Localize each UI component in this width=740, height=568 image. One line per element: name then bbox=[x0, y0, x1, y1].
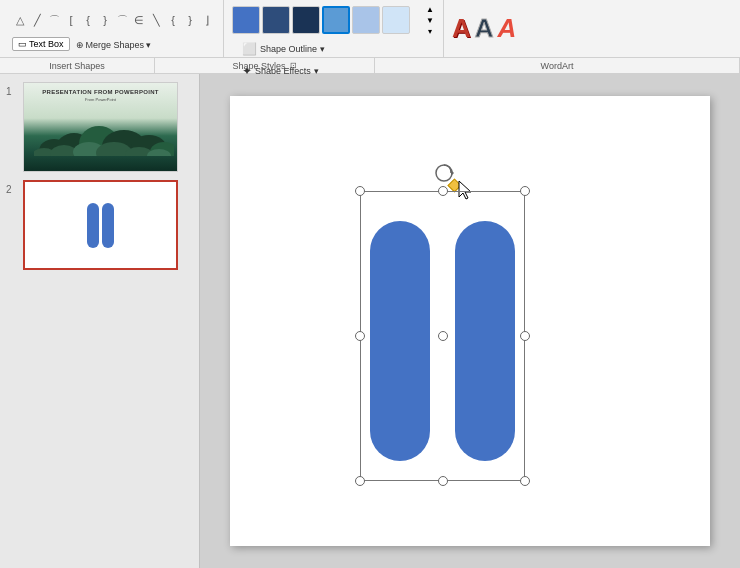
slide-number-2: 2 bbox=[6, 184, 18, 195]
mini-pill-1 bbox=[87, 203, 99, 248]
section-labels-bar: Insert Shapes Shape Styles ⊡ WordArt bbox=[0, 58, 740, 74]
shape2-4-icon[interactable]: { bbox=[165, 12, 181, 28]
shape-outline-button[interactable]: ⬜ Shape Outline ▾ bbox=[236, 39, 435, 59]
wordart-letter-a2[interactable]: A bbox=[475, 13, 494, 44]
merge-icon: ⊕ bbox=[76, 40, 84, 50]
slide-thumbnail-1[interactable]: PRESENTATION FROM POWERPOINT From PowerP… bbox=[23, 82, 178, 172]
handle-middle-left[interactable] bbox=[355, 331, 365, 341]
shape-styles-label: Shape Styles ⊡ bbox=[155, 58, 375, 73]
handle-bottom-left[interactable] bbox=[355, 476, 365, 486]
mini-pill-2 bbox=[102, 203, 114, 248]
slide-panel: 1 PRESENTATION FROM POWERPOINT From Powe… bbox=[0, 74, 200, 568]
svg-rect-17 bbox=[455, 221, 515, 461]
slide-number-1: 1 bbox=[6, 86, 18, 97]
rotate-handle[interactable] bbox=[434, 163, 452, 181]
handle-middle-right[interactable] bbox=[520, 331, 530, 341]
handle-bottom-right[interactable] bbox=[520, 476, 530, 486]
wordart-letter-a3[interactable]: A bbox=[498, 13, 517, 44]
ribbon-toolbar: △ ╱ ⌒ [ { } ⌒ ∈ ╲ { } ⌋ ▭ Text Box ⊕ bbox=[0, 0, 740, 58]
svg-marker-14 bbox=[451, 170, 454, 176]
shape-wrapper bbox=[360, 191, 525, 481]
slide1-subtitle: From PowerPoint bbox=[85, 97, 116, 102]
shape-styles-expand-icon[interactable]: ⊡ bbox=[290, 61, 297, 70]
bracket-icon[interactable]: [ bbox=[63, 12, 79, 28]
shape-container[interactable] bbox=[360, 191, 525, 481]
line-icon[interactable]: ╱ bbox=[29, 12, 45, 28]
handle-bottom-center[interactable] bbox=[438, 476, 448, 486]
shape2-2-icon[interactable]: ∈ bbox=[131, 12, 147, 28]
merge-label: Merge Shapes bbox=[86, 40, 145, 50]
slide-item-2[interactable]: 2 bbox=[6, 180, 193, 270]
shape-outline-label: Shape Outline bbox=[260, 44, 317, 54]
wordart-section: A A A bbox=[444, 0, 544, 57]
svg-rect-16 bbox=[370, 221, 430, 461]
wordart-label: WordArt bbox=[375, 58, 740, 73]
slide1-title: PRESENTATION FROM POWERPOINT bbox=[42, 89, 159, 95]
swatch-1[interactable] bbox=[232, 6, 260, 34]
swatches-expand-down[interactable]: ▼ bbox=[425, 15, 435, 25]
shape2-3-icon[interactable]: ╲ bbox=[148, 12, 164, 28]
textbox-label: Text Box bbox=[29, 39, 64, 49]
insert-shapes-label: Insert Shapes bbox=[0, 58, 155, 73]
swatches-expand-more[interactable]: ▾ bbox=[425, 26, 435, 36]
merge-dropdown-icon: ▾ bbox=[146, 40, 151, 50]
slide-item-1[interactable]: 1 PRESENTATION FROM POWERPOINT From Powe… bbox=[6, 82, 193, 172]
textbox-icon: ▭ bbox=[18, 39, 27, 49]
handle-top-right[interactable] bbox=[520, 186, 530, 196]
swatch-4[interactable] bbox=[322, 6, 350, 34]
handle-top-center[interactable] bbox=[438, 186, 448, 196]
shape2-1-icon[interactable]: ⌒ bbox=[114, 12, 130, 28]
style-swatches bbox=[232, 6, 420, 34]
shape2-6-icon[interactable]: ⌋ bbox=[199, 12, 215, 28]
outline-dropdown-icon: ▾ bbox=[320, 44, 325, 54]
swatch-2[interactable] bbox=[262, 6, 290, 34]
slide-thumbnail-2[interactable] bbox=[23, 180, 178, 270]
shape-styles-section: ▲ ▼ ▾ ⬜ Shape Outline ▾ ✦ Shape Effects … bbox=[224, 0, 444, 57]
insert-shapes-section: △ ╱ ⌒ [ { } ⌒ ∈ ╲ { } ⌋ ▭ Text Box ⊕ bbox=[4, 0, 224, 57]
textbox-button[interactable]: ▭ Text Box bbox=[12, 37, 70, 51]
shapes-grid: △ ╱ ⌒ [ { } ⌒ ∈ ╲ { } ⌋ bbox=[12, 12, 215, 28]
handle-top-left[interactable] bbox=[355, 186, 365, 196]
swatch-6[interactable] bbox=[382, 6, 410, 34]
merge-shapes-button[interactable]: ⊕ Merge Shapes ▾ bbox=[72, 38, 156, 52]
canvas-area[interactable] bbox=[200, 74, 740, 568]
shape2-5-icon[interactable]: } bbox=[182, 12, 198, 28]
brace-icon[interactable]: { bbox=[80, 12, 96, 28]
wordart-letter-a1[interactable]: A bbox=[452, 13, 471, 44]
swatches-expand-up[interactable]: ▲ bbox=[425, 4, 435, 14]
shapes-more-icon[interactable]: } bbox=[97, 12, 113, 28]
handle-center[interactable] bbox=[438, 331, 448, 341]
swatch-3[interactable] bbox=[292, 6, 320, 34]
arc-icon[interactable]: ⌒ bbox=[46, 12, 62, 28]
wordart-row: A A A bbox=[452, 4, 536, 53]
slide2-shape bbox=[87, 203, 114, 248]
triangle-icon[interactable]: △ bbox=[12, 12, 28, 28]
slide-canvas[interactable] bbox=[230, 96, 710, 546]
swatch-5[interactable] bbox=[352, 6, 380, 34]
slide1-trees-svg bbox=[34, 116, 174, 156]
main-area: 1 PRESENTATION FROM POWERPOINT From Powe… bbox=[0, 74, 740, 568]
outline-icon: ⬜ bbox=[242, 42, 257, 56]
